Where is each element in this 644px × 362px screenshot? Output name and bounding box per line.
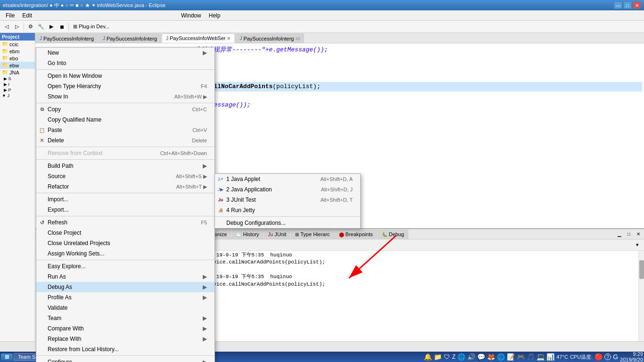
sidebar-item-j[interactable]: ▼ J [0,93,35,99]
ctx-shortcut: Delete [192,138,207,143]
ctx-copy-qualified[interactable]: Copy Qualified Name [36,115,215,125]
menu-help[interactable]: Help [205,11,224,20]
debug-junit-test[interactable]: Ju 3 JUnit Test Alt+Shift+D, T [215,195,360,205]
menu-file[interactable]: File [2,11,18,20]
sidebar-item-jna[interactable]: 📁 JNA [0,69,35,76]
menu-window[interactable]: Window [177,11,205,20]
ctx-arrow-icon: ▶ [203,359,207,362]
folder-icon: 📁 [2,55,8,61]
max-panel-btn[interactable]: □ [624,230,634,239]
ctx-run-as[interactable]: Run As ▶ [36,272,215,282]
tray-icon-14[interactable]: 📊 [546,353,554,361]
scrollbar[interactable] [638,251,644,341]
folder-icon: 📁 [2,69,8,75]
ctx-close-unrelated[interactable]: Close Unrelated Projects [36,238,215,248]
scroll-thumb[interactable] [639,260,644,279]
tray-icon-9[interactable]: 🌐 [497,353,505,361]
debug-configurations[interactable]: Debug Configurations... [215,218,360,228]
bottom-tab-typehier[interactable]: ⊞ Type Hierarc [291,230,334,239]
ctx-sep-5 [36,193,215,193]
editor-tab-4[interactable]: J PaySuccessInfoInterg 33 [235,33,304,43]
ctx-export[interactable]: Export... [36,205,215,215]
ctx-restore-local[interactable]: Restore from Local History... [36,344,215,354]
min-panel-btn[interactable]: ▁ [615,230,624,239]
sidebar-item-ebm[interactable]: 📁 ebm [0,48,35,55]
tab-icon: J [40,36,42,41]
toolbar-forward[interactable]: ▷ [12,22,22,32]
editor-tab-3[interactable]: J PaySuccessInfoWebSer ✕ [162,33,235,43]
ctx-label: Assign Working Sets... [48,250,105,257]
bottom-tab-debug[interactable]: 🐛 Debug [378,230,408,239]
ctx-close-project[interactable]: Close Project [36,228,215,238]
bottom-tab-history[interactable]: 🕐 History [231,230,263,239]
sidebar-item-ebw[interactable]: 📁 ebw [0,62,35,69]
tray-icon-2[interactable]: 📁 [434,353,442,361]
tray-icon-12[interactable]: 🎵 [527,353,535,361]
ctx-profile-as[interactable]: Profile As ▶ [36,292,215,303]
ctx-open-new-window[interactable]: Open in New Window [36,71,215,81]
sidebar-item-i[interactable]: ▶ I [0,82,35,87]
debug-run-jetty[interactable]: ⛵ 4 Run Jetty [215,205,360,215]
tray-icon-3[interactable]: 🛡 [444,353,450,361]
view-menu-btn[interactable]: ▾ [633,240,642,250]
bottom-tab-junit[interactable]: Ju JUnit [264,230,291,239]
folder-icon: 📁 [2,41,8,47]
tray-icon-15[interactable]: 🔴 [594,353,603,361]
plugin-dev-btn[interactable]: ⊞ Plug-in Dev... [71,22,112,32]
ctx-refresh[interactable]: ↺ Refresh F5 [36,217,215,228]
tray-icon-5[interactable]: 🌐 [457,353,465,361]
close-btn[interactable]: ✕ [633,1,641,9]
tab-close-icon[interactable]: ✕ [227,36,231,41]
question-icon[interactable]: ? [604,354,611,360]
ctx-source[interactable]: Source Alt+Shift+S ▶ [36,171,215,181]
ctx-refactor[interactable]: Refactor Alt+Shift+T ▶ [36,181,215,192]
toolbar-btn-4[interactable]: ⏹ [57,22,66,32]
ctx-paste[interactable]: 📋 Paste Ctrl+V [36,125,215,135]
close-panel-btn[interactable]: ✕ [634,230,643,239]
ctx-debug-as[interactable]: Debug As ▶ [36,282,215,292]
ctx-label: Debug As [48,284,72,290]
start-button[interactable]: ⊞ [1,354,13,361]
maximize-btn[interactable]: □ [623,1,632,9]
ctx-team[interactable]: Team ▶ [36,313,215,323]
tray-icon-7[interactable]: 💬 [477,353,485,361]
toolbar-back[interactable]: ◁ [2,22,11,32]
ctx-copy[interactable]: ⧉ Copy Ctrl+C [36,104,215,115]
console-output[interactable]: 3 19-9-19 下午5:35 huqinuo ervice.callNoCa… [205,251,638,341]
tray-icon-16[interactable]: G [613,353,618,361]
ctx-replace-with[interactable]: Replace With ▶ [36,334,215,344]
tray-icon-8[interactable]: 🦊 [487,353,495,361]
sidebar-item-s[interactable]: ▶ S [0,76,35,82]
debug-java-applet[interactable]: J↗ 1 Java Applet Alt+Shift+D, A [215,174,360,184]
tray-icon-4[interactable]: Z [452,354,455,360]
ctx-open-type-hier[interactable]: Open Type Hierarchy F4 [36,81,215,91]
ctx-configure[interactable]: Configure ▶ [36,357,215,362]
ctx-show-in[interactable]: Show In Alt+Shift+W ▶ [36,91,215,102]
ctx-go-into[interactable]: Go Into [36,58,215,68]
menu-edit[interactable]: Edit [18,11,36,20]
ctx-new[interactable]: New ▶ [36,48,215,58]
sidebar-item-ccic[interactable]: 📁 ccic [0,41,35,48]
ctx-validate[interactable]: Validate [36,303,215,313]
minimize-btn[interactable]: — [614,1,622,9]
debug-java-application[interactable]: J▶ 2 Java Application Alt+Shift+D, J [215,184,360,195]
tray-icon-10[interactable]: 📝 [507,353,515,361]
ctx-build-path[interactable]: Build Path ▶ [36,161,215,171]
ctx-delete[interactable]: ✕ Delete Delete [36,135,215,146]
toolbar-btn-1[interactable]: ⚙ [26,22,35,32]
editor-tab-1[interactable]: J PaySuccessInfoInterg [35,33,98,43]
bottom-tab-breakpoints[interactable]: ⬤ Breakpoints [335,230,377,239]
ctx-import[interactable]: Import... [36,194,215,205]
tray-icon-1[interactable]: 🔔 [424,353,432,361]
ctx-compare-with[interactable]: Compare With ▶ [36,323,215,334]
sidebar-item-ebo[interactable]: 📁 ebo [0,55,35,62]
tray-icon-13[interactable]: 💻 [537,353,545,361]
toolbar-btn-3[interactable]: ▶ [47,22,56,32]
tray-icon-6[interactable]: 🔊 [467,353,475,361]
editor-tab-2[interactable]: J PaySuccessInfoInterg [99,33,161,43]
ctx-assign-working[interactable]: Assign Working Sets... [36,248,215,259]
sidebar-item-p[interactable]: ▶ P [0,87,35,93]
ctx-easy-explore[interactable]: Easy Explore... [36,261,215,272]
toolbar-btn-2[interactable]: 🔧 [36,22,46,32]
tray-icon-11[interactable]: 🎮 [517,353,525,361]
